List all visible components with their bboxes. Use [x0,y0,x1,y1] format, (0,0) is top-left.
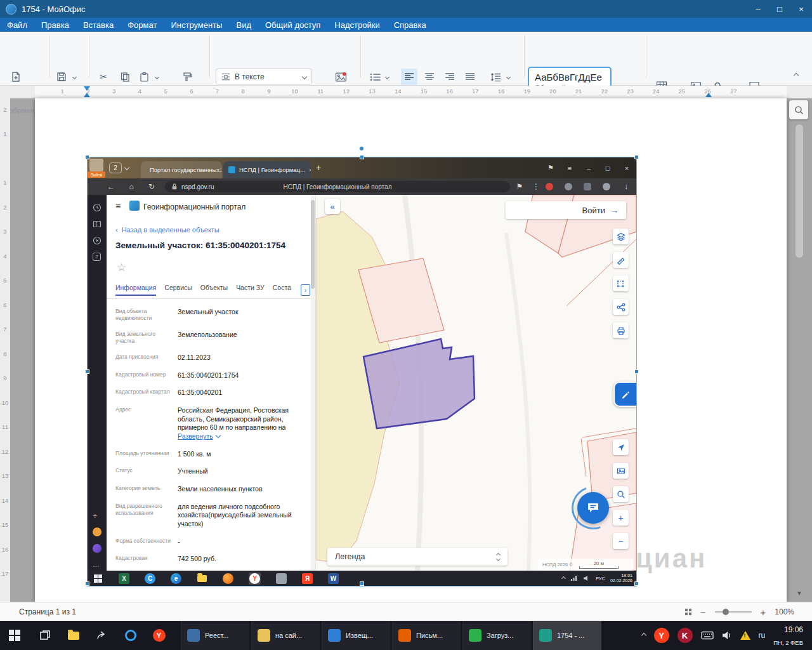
panel-scrollbar[interactable] [311,195,315,571]
browser-tab-inactive[interactable]: Портал государственных... [141,161,222,178]
tray-kaspersky-icon[interactable]: K [678,628,693,643]
align-center-button[interactable] [421,69,438,85]
portal-tab[interactable]: Сервисы [164,284,192,296]
paste-dropdown[interactable] [152,69,161,85]
print-tool-button[interactable] [613,322,629,338]
resize-handle-top-right[interactable] [634,155,639,159]
menu-item[interactable]: Справка [387,18,433,32]
document-scrollbar[interactable] [796,124,803,258]
resize-handle-top-left[interactable] [85,155,89,159]
back-icon[interactable]: ← [103,178,119,195]
yandex-app-icon[interactable]: Я [302,573,313,584]
resize-handle-middle-right[interactable] [634,369,639,374]
bullet-list-button[interactable] [367,69,383,85]
close-button[interactable]: × [790,0,812,18]
tab-close-icon[interactable]: × [309,167,311,173]
panorama-tool-button[interactable] [613,463,629,479]
chat-assistant-button[interactable] [577,492,609,524]
browser-tab-active[interactable]: НСПД | Геоинформац... × [223,161,311,178]
browser-profile-login-badge[interactable]: Войти [88,171,105,178]
resize-handle-bottom-left[interactable] [85,581,89,586]
history-icon[interactable] [93,203,102,212]
browser-minimize-button[interactable]: – [580,157,598,178]
format-painter-button[interactable] [179,69,195,85]
resize-handle-bottom-right[interactable] [634,581,639,586]
align-justify-button[interactable] [462,69,478,85]
embedded-screenshot-image[interactable]: Войти 2 Портал государственных... НСПД |… [88,157,636,586]
draw-tool-button[interactable] [613,381,636,407]
copy-button[interactable] [117,69,133,85]
taskbar-app-button[interactable]: Извещ... [322,621,390,650]
panels-icon[interactable] [93,220,102,229]
collections-icon[interactable] [603,183,610,190]
locate-tool-button[interactable] [613,439,629,455]
bullet-list-dropdown[interactable] [383,69,391,85]
save-button[interactable] [53,69,70,85]
zoom-slider[interactable] [715,611,752,613]
line-spacing-button[interactable] [487,69,504,85]
play-icon[interactable] [93,236,102,245]
menu-item[interactable]: Файл [0,18,34,32]
archive-app-icon[interactable] [276,573,287,584]
browser-ring-icon[interactable] [116,621,145,650]
excel-icon[interactable]: X [119,573,129,584]
taskbar-app-button[interactable]: на сай... [251,621,320,650]
align-left-button[interactable] [401,69,417,85]
sidebar-add-icon[interactable]: + [93,511,98,521]
measure-area-tool-button[interactable] [613,275,629,291]
zoom-in-button[interactable]: + [613,510,629,526]
resize-handle-top-center[interactable] [360,155,364,159]
volume-icon[interactable] [722,631,732,640]
map-area[interactable]: « Войти → [316,195,636,571]
align-right-button[interactable] [442,69,458,85]
zoom-out-button[interactable]: − [613,533,629,549]
menu-item[interactable]: Вставка [76,18,121,32]
portal-tab[interactable]: Соста [273,284,291,296]
tray-expand-chevron[interactable] [641,633,646,638]
hidden-icons-chevron[interactable] [561,576,566,580]
menu-item[interactable]: Надстройки [327,18,386,32]
taskbar-app-button[interactable]: Реест... [181,621,249,650]
menu-item[interactable]: Общий доступ [258,18,327,32]
task-view-button[interactable] [30,621,59,650]
word-icon[interactable]: W [328,573,339,584]
line-spacing-dropdown[interactable] [504,69,513,85]
collapse-panel-button[interactable]: « [325,199,340,214]
bookmark-flag-icon[interactable]: ⚑ [511,178,528,195]
portal-tab[interactable]: Части ЗУ [236,284,265,296]
paste-button[interactable] [136,69,152,85]
warning-icon[interactable] [740,631,750,640]
edge-icon[interactable]: e [171,573,181,584]
indent-marker-left[interactable] [84,93,90,97]
browser-more-icon[interactable]: ⋮ [528,178,544,195]
save-dropdown[interactable] [70,69,79,85]
minimize-button[interactable]: – [747,0,769,18]
profile-avatar-icon[interactable] [546,183,553,190]
yandex-quick-icon[interactable]: Y [145,621,173,650]
protect-icon[interactable] [565,183,572,190]
menu-item[interactable]: Вид [229,18,258,32]
extensions-icon[interactable] [584,183,591,190]
resize-handle-middle-left[interactable] [85,369,89,374]
explorer-folder-icon[interactable] [197,573,207,584]
inner-start-button[interactable] [93,573,103,584]
back-to-objects-link[interactable]: ‹Назад в выделенные объекты [115,226,219,234]
scroll-down-arrow[interactable]: ▾ [794,588,804,598]
zoom-in-icon[interactable]: + [761,607,766,618]
layers-tool-button[interactable] [613,229,629,244]
favorite-new-document-button[interactable] [8,69,24,85]
tabs-count-icon[interactable]: 2 [93,253,101,261]
yandex-browser-active-icon[interactable]: Y [249,573,261,585]
menu-item[interactable]: Инструменты [164,18,229,32]
cut-button[interactable]: ✂ [95,69,112,85]
inner-language-indicator[interactable]: РУС [596,576,605,581]
firefox-icon[interactable] [223,573,233,584]
inner-clock[interactable]: 19:0102.02.2026 [610,573,632,584]
share-arrow-icon[interactable] [88,621,116,650]
keyboard-icon[interactable] [701,631,714,640]
browser-maximize-button[interactable]: □ [599,157,617,178]
maximize-button[interactable]: □ [769,0,790,18]
browser-pin-icon[interactable]: ⚑ [542,157,560,178]
sidebar-more-icon[interactable]: … [93,560,100,568]
tray-yandex-icon[interactable]: Y [654,628,669,643]
